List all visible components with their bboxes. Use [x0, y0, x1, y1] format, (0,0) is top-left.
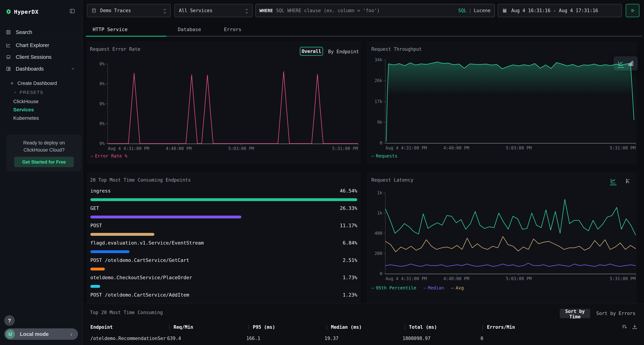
language-sql-toggle[interactable]: SQL — [458, 8, 466, 13]
histogram-chart-type-button[interactable] — [625, 178, 632, 184]
plus-icon: + — [10, 81, 14, 86]
tab-rail — [86, 36, 642, 37]
column-drag-handle-icon: ⋮ — [324, 325, 329, 330]
endpoint-row[interactable]: POST11.17% — [90, 223, 357, 240]
endpoint-row[interactable]: GET26.33% — [90, 205, 357, 223]
where-label: WHERE — [260, 8, 273, 13]
sidebar-preset-services[interactable]: Services — [0, 105, 82, 114]
sort-by-time-button[interactable]: Sort by Time — [560, 309, 590, 318]
tab-label: HTTP Service — [93, 27, 128, 32]
tab-errors[interactable]: Errors — [212, 23, 253, 36]
chevron-right-icon: › — [70, 331, 72, 337]
tab-database[interactable]: Database — [166, 23, 212, 36]
calendar-icon — [502, 8, 507, 13]
legend-dash-icon: — — [371, 285, 374, 291]
latency-chart: 1k1k4002000Aug 4 4:31:00 PM4:48:00 PM5:0… — [385, 193, 636, 274]
legend-item-avg: —Avg — [451, 285, 464, 291]
y-axis-tick: 400 — [374, 231, 382, 236]
column-header-label: Total (ms) — [409, 325, 437, 330]
laptop-icon — [6, 54, 11, 60]
tab-http-service[interactable]: HTTP Service — [86, 23, 166, 36]
column-settings-icon[interactable] — [622, 324, 627, 330]
column-header-req-min[interactable]: ⋮Req/Min — [167, 325, 242, 330]
run-query-button[interactable] — [626, 4, 639, 17]
time-range-picker[interactable]: Aug 4 16:31:16 - Aug 4 17:31:16 — [498, 4, 622, 17]
preset-label: Kubernetes — [13, 115, 39, 121]
x-axis-tick: 5:31:00 PM — [610, 276, 636, 281]
endpoint-percent-value: 11.17% — [340, 223, 357, 228]
help-button[interactable]: ? — [4, 315, 15, 326]
y-axis-tick-mark — [383, 101, 385, 102]
y-axis-tick: 0% — [100, 121, 105, 126]
column-header-errors-min[interactable]: ⋮Errors/Min — [480, 325, 570, 330]
sidebar-item-client-sessions[interactable]: Client Sessions — [0, 52, 82, 62]
user-mode-label: Local mode — [20, 331, 49, 337]
sidebar-collapse-button[interactable] — [69, 8, 76, 14]
x-axis-tick: Aug 4 4:31:00 PM — [386, 276, 427, 281]
by-endpoint-toggle[interactable]: By Endpoint — [328, 49, 359, 54]
top-endpoints-panel: 20 Top Most Time Consuming Endpoints ing… — [87, 172, 361, 304]
where-input[interactable] — [276, 8, 458, 13]
legend-item-error-rate-%: —Error Rate % — [90, 153, 127, 159]
endpoint-label: GET — [90, 205, 99, 211]
y-axis-tick-mark — [106, 104, 108, 104]
column-header-p95-ms-[interactable]: ⋮P95 (ms) — [246, 325, 322, 330]
avatar: U — [6, 330, 15, 339]
column-header-label: Endpoint — [90, 325, 113, 330]
y-axis-tick-mark — [383, 193, 385, 193]
endpoint-row[interactable]: POST /oteldemo.CartService/AddItem1.23% — [90, 292, 357, 304]
column-header-median-ms-[interactable]: ⋮Median (ms) — [324, 325, 400, 330]
presets-label: PRESETS — [20, 90, 44, 95]
time-range-value: Aug 4 16:31:16 - Aug 4 17:31:16 — [511, 8, 598, 13]
service-select[interactable]: All Services — [174, 4, 252, 17]
sidebar-preset-kubernetes[interactable]: Kubernetes — [0, 114, 82, 122]
sidebar-item-dashboards[interactable]: Dashboards — [0, 64, 82, 74]
get-started-button[interactable]: Get Started for Free — [14, 157, 74, 167]
download-icon[interactable] — [632, 324, 638, 330]
y-axis-tick: 200 — [374, 251, 382, 256]
sort-by-errors-button[interactable]: Sort by Errors — [596, 311, 636, 316]
endpoint-row[interactable]: POST /oteldemo.CartService/GetCart2.51% — [90, 257, 357, 275]
column-drag-handle-icon: ⋮ — [246, 325, 251, 330]
y-axis-tick-mark — [383, 143, 385, 143]
language-lucene-toggle[interactable]: Lucene — [474, 8, 490, 13]
y-axis-tick: 0% — [100, 101, 105, 106]
endpoint-row[interactable]: oteldemo.CheckoutService/PlaceOrder1.73% — [90, 275, 357, 292]
y-axis-tick: 1k — [377, 190, 382, 195]
endpoint-row[interactable]: ingress46.54% — [90, 188, 357, 205]
column-header-total-ms-[interactable]: ⋮Total (ms) — [402, 325, 478, 330]
sidebar-item-label: Chart Explorer — [16, 42, 49, 48]
x-axis-tick: 5:03:00 PM — [506, 145, 532, 150]
presets-group-toggle[interactable]: PRESETS — [0, 88, 82, 97]
endpoint-percent-value: 26.33% — [340, 205, 357, 211]
y-axis-tick-mark — [106, 143, 108, 144]
x-axis-tick: 5:03:00 PM — [228, 146, 254, 151]
legend-dash-icon: — — [451, 285, 454, 291]
select-carets-icon — [244, 8, 249, 13]
chart-canvas — [386, 193, 636, 274]
y-axis-tick-mark — [383, 213, 385, 213]
sidebar-item-chart-explorer[interactable]: Chart Explorer — [0, 40, 82, 50]
endpoint-percent-value: 2.51% — [343, 257, 357, 263]
promo-text-line2: ClickHouse Cloud? — [6, 146, 82, 154]
sidebar-item-search[interactable]: Search — [0, 27, 82, 37]
database-icon — [91, 8, 96, 13]
search-logs-icon — [6, 29, 11, 35]
line-chart-type-button[interactable] — [610, 178, 616, 184]
overall-toggle-button[interactable]: Overall — [300, 47, 323, 56]
x-axis-tick-mark — [178, 144, 179, 145]
x-axis-tick-mark — [456, 143, 456, 145]
legend-item-requests: —Requests — [371, 153, 397, 159]
endpoint-row[interactable]: flagd.evaluation.v1.Service/EventStream6… — [90, 240, 357, 257]
chart-type-switcher — [610, 178, 632, 184]
user-menu[interactable]: U Local mode › — [4, 328, 78, 340]
source-select[interactable]: Demo Traces — [87, 4, 171, 17]
x-axis-tick: 4:48:00 PM — [443, 145, 469, 150]
column-header-endpoint[interactable]: Endpoint — [90, 325, 166, 330]
sidebar-preset-clickhouse[interactable]: ClickHouse — [0, 97, 82, 106]
y-axis-tick: 0 — [380, 140, 382, 145]
create-dashboard-button[interactable]: + Create Dashboard — [0, 79, 82, 88]
request-throughput-panel: Request Throughput 34k26k17k9k0Aug 4 4:3… — [367, 41, 637, 164]
column-drag-handle-icon: ⋮ — [480, 325, 485, 330]
column-header-label: Errors/Min — [487, 325, 515, 330]
